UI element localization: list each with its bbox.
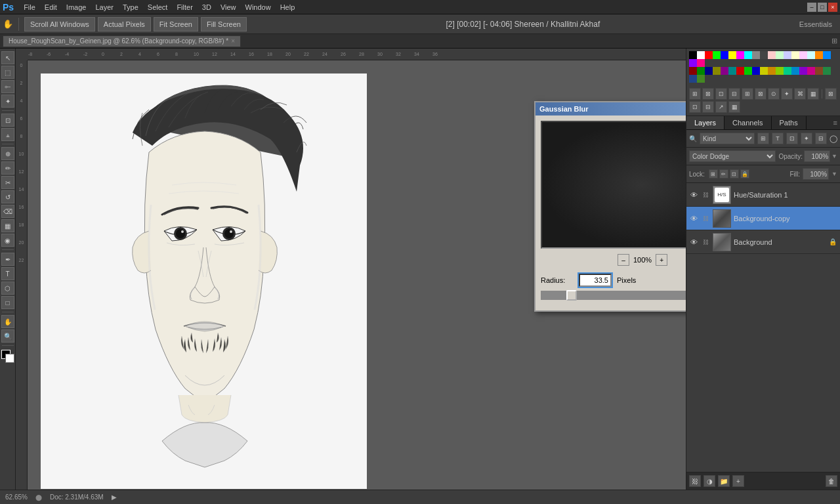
layer-visibility-toggle[interactable]: 👁 [689, 238, 698, 247]
swatch[interactable] [689, 51, 697, 59]
layer-row[interactable]: 👁 ⛓ H/S Hue/Saturation 1 [686, 183, 840, 207]
swatch[interactable] [776, 67, 784, 75]
menu-window[interactable]: Window [241, 2, 276, 12]
lock-position-icon[interactable]: ⊞ [709, 169, 718, 178]
foreground-background-colors[interactable] [1, 350, 14, 363]
move-tool[interactable]: ↖ [1, 51, 14, 64]
add-link-icon[interactable]: ⛓ [689, 475, 701, 487]
minimize-button[interactable]: – [807, 3, 816, 12]
panel-icon-14[interactable]: ↗ [715, 101, 727, 113]
menu-view[interactable]: View [216, 2, 241, 12]
layer-filter-icon-1[interactable]: ⊞ [757, 133, 769, 144]
layer-filter-icon-4[interactable]: ✦ [801, 133, 812, 144]
swatch[interactable] [689, 75, 697, 83]
panel-icon-2[interactable]: ⊠ [702, 88, 714, 100]
layer-filter-toggle[interactable]: ◯ [830, 135, 837, 143]
fill-dropdown-icon[interactable]: ▼ [831, 171, 837, 177]
layer-visibility-toggle[interactable]: 👁 [689, 214, 698, 223]
swatch[interactable] [713, 51, 721, 59]
panel-icon-13[interactable]: ⊟ [702, 101, 714, 113]
swatch[interactable] [807, 51, 815, 59]
swatch[interactable] [697, 67, 705, 75]
swatch[interactable] [768, 51, 776, 59]
gaussian-preview-area[interactable] [541, 121, 686, 249]
swatch[interactable] [697, 59, 705, 67]
swatch[interactable] [823, 67, 831, 75]
swatch[interactable] [784, 51, 791, 59]
swatch[interactable] [760, 51, 768, 59]
lock-pixels-icon[interactable]: ✏ [719, 169, 728, 178]
zoom-out-button[interactable]: – [618, 254, 629, 266]
close-button[interactable]: × [828, 3, 837, 12]
swatch[interactable] [784, 67, 791, 75]
healing-tool[interactable]: ⊕ [1, 147, 14, 160]
swatch[interactable] [689, 59, 697, 67]
swatch[interactable] [721, 67, 728, 75]
layer-visibility-toggle[interactable]: 👁 [689, 190, 698, 200]
fill-screen-button[interactable]: Fill Screen [201, 17, 247, 32]
channels-tab[interactable]: Channels [724, 116, 771, 129]
add-group-icon[interactable]: 📁 [718, 475, 730, 487]
clone-tool[interactable]: ✂ [1, 176, 14, 189]
menu-layer[interactable]: Layer [91, 2, 118, 12]
swatch[interactable] [744, 51, 752, 59]
menu-file[interactable]: File [19, 2, 40, 12]
gradient-tool[interactable]: ▦ [1, 219, 14, 232]
swatch[interactable] [728, 67, 736, 75]
lock-all-icon[interactable]: 🔒 [740, 169, 749, 178]
menu-edit[interactable]: Edit [40, 2, 62, 12]
panel-icon-8[interactable]: ✦ [781, 88, 793, 100]
swatch[interactable] [744, 67, 752, 75]
swatch[interactable] [815, 67, 823, 75]
marquee-tool[interactable]: ⬚ [1, 66, 14, 79]
background-color[interactable] [5, 354, 14, 363]
panel-icon-6[interactable]: ⊠ [755, 88, 766, 100]
layer-filter-icon-2[interactable]: T [772, 133, 784, 144]
blend-mode-select[interactable]: Color Dodge [689, 150, 776, 162]
lock-image-icon[interactable]: ⊡ [730, 169, 739, 178]
swatch[interactable] [768, 67, 776, 75]
pen-tool[interactable]: ✒ [1, 253, 14, 266]
doc-size-arrow[interactable]: ▶ [112, 494, 117, 501]
layer-filter-icon-3[interactable]: ⊡ [786, 133, 798, 144]
menu-image[interactable]: Image [62, 2, 91, 12]
swatch[interactable] [823, 51, 831, 59]
menu-select[interactable]: Select [143, 2, 173, 12]
layer-row[interactable]: 👁 ⛓ Background-copy [686, 207, 840, 230]
panel-icon-3[interactable]: ⊡ [715, 88, 727, 100]
brush-tool[interactable]: ✏ [1, 161, 14, 175]
panel-icon-5[interactable]: ⊞ [742, 88, 753, 100]
swatch[interactable] [776, 51, 784, 59]
layer-filter-select[interactable]: Kind [700, 133, 755, 144]
layers-panel-menu[interactable]: ≡ [831, 116, 840, 129]
menu-filter[interactable]: Filter [172, 2, 197, 12]
swatch[interactable] [791, 51, 799, 59]
layers-tab[interactable]: Layers [686, 116, 724, 129]
swatch[interactable] [752, 67, 760, 75]
panel-icon-9[interactable]: ⌘ [794, 88, 806, 100]
shape-tool[interactable]: □ [1, 296, 14, 309]
layer-row[interactable]: 👁 ⛓ Background 🔒 [686, 230, 840, 254]
paths-tab[interactable]: Paths [772, 116, 807, 129]
text-tool[interactable]: T [1, 267, 14, 280]
swatch[interactable] [705, 67, 713, 75]
fill-input[interactable] [803, 168, 829, 180]
swatch[interactable] [728, 51, 736, 59]
swatch[interactable] [799, 51, 807, 59]
history-tool[interactable]: ↺ [1, 190, 14, 203]
wand-tool[interactable]: ✦ [1, 94, 14, 108]
radius-input[interactable]: 33.5 [579, 274, 612, 287]
swatch[interactable] [760, 67, 768, 75]
document-tab[interactable]: House_RoughScan_by_Geinen.jpg @ 62.6% (B… [3, 35, 241, 47]
add-layer-icon[interactable]: + [732, 475, 744, 487]
swatch[interactable] [752, 51, 760, 59]
path-tool[interactable]: ⬡ [1, 282, 14, 295]
swatch[interactable] [791, 67, 799, 75]
hand-tool-icon[interactable]: ✋ [3, 19, 13, 29]
panel-icon-15[interactable]: ▦ [728, 101, 740, 113]
layer-filter-icon-5[interactable]: ⊟ [815, 133, 827, 144]
actual-pixels-button[interactable]: Actual Pixels [98, 17, 151, 32]
fit-screen-button[interactable]: Fit Screen [154, 17, 198, 32]
lasso-tool[interactable]: ⟜ [1, 80, 14, 93]
panel-icon-11[interactable]: ⊠ [825, 88, 837, 100]
